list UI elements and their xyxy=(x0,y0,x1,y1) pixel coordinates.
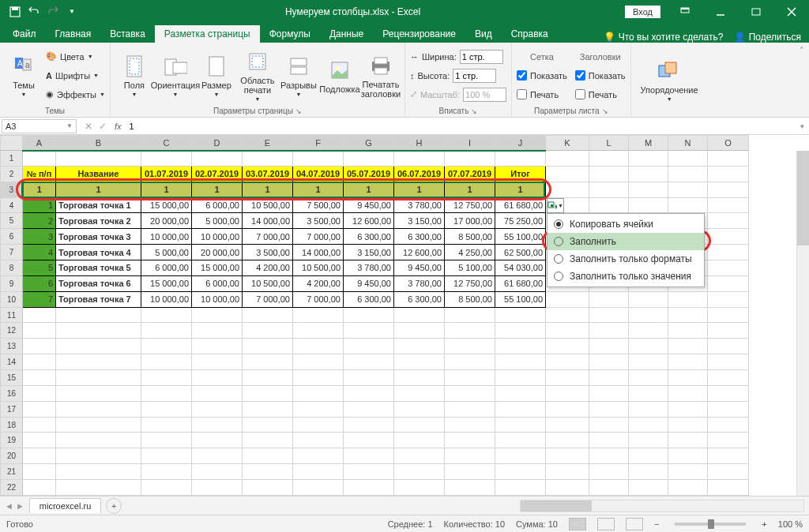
cell[interactable]: 4 250,00 xyxy=(445,245,495,260)
cell[interactable] xyxy=(23,307,56,323)
cell[interactable] xyxy=(589,151,629,167)
cell[interactable] xyxy=(495,448,546,464)
normal-view-icon[interactable] xyxy=(569,518,586,530)
cell[interactable] xyxy=(668,182,708,197)
cell[interactable]: 5 xyxy=(23,260,56,276)
cell[interactable] xyxy=(344,433,394,448)
cell[interactable] xyxy=(344,385,394,401)
cell[interactable]: 7 xyxy=(23,291,56,307)
cell[interactable] xyxy=(243,370,293,386)
cell[interactable] xyxy=(141,370,192,386)
cell[interactable]: 75 250,00 xyxy=(495,213,546,229)
cell[interactable]: 5 000,00 xyxy=(141,245,192,260)
print-area-button[interactable]: Область печати▼ xyxy=(239,46,277,105)
cell[interactable] xyxy=(23,464,56,480)
cell[interactable]: 15 000,00 xyxy=(141,197,192,213)
cell[interactable] xyxy=(344,417,394,433)
cell[interactable] xyxy=(23,480,56,496)
cell[interactable]: Название xyxy=(56,166,141,182)
cell[interactable] xyxy=(629,385,668,401)
cell[interactable] xyxy=(243,417,293,433)
cell[interactable] xyxy=(293,151,344,167)
cell[interactable]: 8 500,00 xyxy=(445,291,495,307)
cell[interactable]: Торговая точка 3 xyxy=(56,229,141,245)
tab-file[interactable]: Файл xyxy=(3,25,46,43)
cell[interactable]: 3 780,00 xyxy=(344,260,394,276)
cell[interactable] xyxy=(192,401,243,417)
cell[interactable] xyxy=(708,229,749,245)
cell[interactable] xyxy=(546,151,589,167)
cell[interactable] xyxy=(23,151,56,167)
cell[interactable] xyxy=(192,464,243,480)
cell[interactable] xyxy=(629,433,668,448)
cell[interactable]: 1 xyxy=(141,182,192,197)
tab-data[interactable]: Данные xyxy=(320,25,373,43)
column-header[interactable]: A xyxy=(23,136,56,151)
cell[interactable] xyxy=(668,464,708,480)
cell[interactable] xyxy=(23,417,56,433)
row-header[interactable]: 5 xyxy=(1,213,23,229)
cell[interactable] xyxy=(629,151,668,167)
cell[interactable] xyxy=(708,401,749,417)
themes-button[interactable]: Aa Темы▼ xyxy=(5,46,43,105)
colors-button[interactable]: 🎨Цвета ▼ xyxy=(46,48,105,66)
row-header[interactable]: 9 xyxy=(1,275,23,291)
cell[interactable] xyxy=(629,417,668,433)
cell[interactable]: 14 000,00 xyxy=(243,213,293,229)
cell[interactable]: 55 100,00 xyxy=(495,291,546,307)
cell[interactable] xyxy=(668,291,708,307)
cell[interactable] xyxy=(293,307,344,323)
gridlines-print-checkbox[interactable]: Печать xyxy=(517,86,567,103)
cell[interactable] xyxy=(668,433,708,448)
cell[interactable] xyxy=(708,197,749,213)
cell[interactable] xyxy=(668,370,708,386)
gridlines-view-checkbox[interactable]: Показать xyxy=(517,67,567,84)
column-header[interactable]: B xyxy=(56,136,141,151)
login-button[interactable]: Вход xyxy=(625,6,660,18)
cell[interactable]: 1 xyxy=(293,182,344,197)
page-setup-launcher-icon[interactable]: ↘ xyxy=(295,107,302,115)
cell[interactable] xyxy=(589,448,629,464)
cell[interactable]: 1 xyxy=(23,182,56,197)
cell[interactable] xyxy=(629,307,668,323)
column-header[interactable]: F xyxy=(293,136,344,151)
row-header[interactable]: 7 xyxy=(1,245,23,260)
worksheet-grid[interactable]: ABCDEFGHIJKLMNO 12№ п/пНазвание01.07.201… xyxy=(0,135,809,496)
expand-formula-icon[interactable]: ▾ xyxy=(797,122,807,130)
cell[interactable] xyxy=(445,354,495,370)
cell[interactable] xyxy=(546,448,589,464)
headings-print-checkbox[interactable]: Печать xyxy=(575,86,626,103)
cell[interactable]: 1 xyxy=(23,197,56,213)
cell[interactable] xyxy=(56,448,141,464)
cell[interactable] xyxy=(589,385,629,401)
cell[interactable] xyxy=(141,339,192,354)
cell[interactable] xyxy=(56,370,141,386)
cell[interactable] xyxy=(445,339,495,354)
size-button[interactable]: Размер▼ xyxy=(198,46,235,105)
cell[interactable] xyxy=(394,151,445,167)
cell[interactable] xyxy=(445,448,495,464)
cell[interactable] xyxy=(589,291,629,307)
cell[interactable] xyxy=(56,151,141,167)
cell[interactable] xyxy=(23,370,56,386)
cell[interactable] xyxy=(668,197,708,213)
cell[interactable] xyxy=(293,433,344,448)
zoom-level[interactable]: 100 % xyxy=(778,519,803,529)
column-header[interactable]: M xyxy=(629,136,668,151)
row-header[interactable]: 8 xyxy=(1,260,23,276)
cell[interactable] xyxy=(629,401,668,417)
cell[interactable] xyxy=(293,339,344,354)
cell[interactable] xyxy=(629,354,668,370)
cell[interactable] xyxy=(708,213,749,229)
cell[interactable] xyxy=(668,339,708,354)
cell[interactable] xyxy=(708,323,749,339)
column-header[interactable]: N xyxy=(668,136,708,151)
cell[interactable] xyxy=(141,323,192,339)
row-header[interactable]: 21 xyxy=(1,464,23,480)
cell[interactable] xyxy=(495,417,546,433)
cell[interactable] xyxy=(293,480,344,496)
cell[interactable] xyxy=(344,307,394,323)
cell[interactable] xyxy=(589,354,629,370)
margins-button[interactable]: Поля▼ xyxy=(115,46,153,105)
cell[interactable] xyxy=(546,385,589,401)
